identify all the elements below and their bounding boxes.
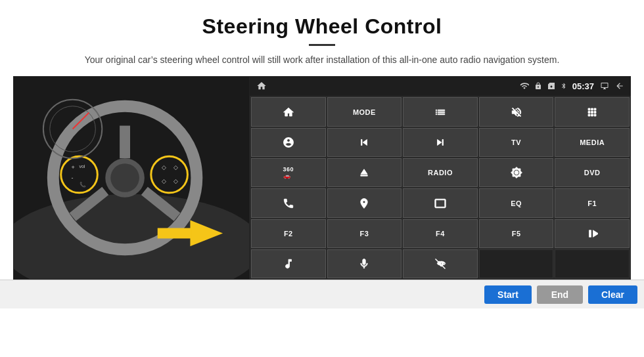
svg-text:◇: ◇ [162, 178, 166, 184]
back-icon [615, 81, 624, 91]
start-button[interactable]: Start [484, 285, 532, 304]
btn-f2[interactable]: F2 [251, 219, 326, 248]
wifi-icon [520, 81, 529, 91]
btn-empty-1 [479, 249, 554, 278]
btn-screen-mirror[interactable] [403, 188, 478, 217]
btn-mute[interactable] [479, 97, 554, 126]
svg-text:vol: vol [80, 164, 85, 169]
home-status-icon [256, 81, 267, 91]
svg-text:📞: 📞 [80, 181, 86, 188]
btn-eq[interactable]: EQ [479, 188, 554, 217]
status-bar-left [256, 81, 267, 91]
status-bar: 05:37 [250, 76, 631, 96]
btn-apps[interactable] [555, 97, 630, 126]
btn-nav[interactable] [327, 188, 402, 217]
btn-empty-2 [555, 249, 630, 278]
svg-text:◇: ◇ [173, 178, 178, 184]
btn-f4[interactable]: F4 [403, 219, 478, 248]
svg-text:-: - [72, 175, 74, 181]
btn-next[interactable] [403, 128, 478, 157]
svg-point-4 [110, 164, 139, 193]
btn-prev[interactable] [327, 128, 402, 157]
svg-text:◇: ◇ [162, 164, 166, 171]
svg-rect-19 [158, 228, 192, 239]
status-time: 05:37 [572, 81, 594, 91]
btn-f5[interactable]: F5 [479, 219, 554, 248]
btn-call-end[interactable] [403, 249, 478, 278]
main-content: + - 📞 vol ◇ ◇ ◇ ◇ [0, 76, 644, 280]
btn-list[interactable] [403, 97, 478, 126]
btn-f3[interactable]: F3 [327, 219, 402, 248]
btn-360-cam[interactable]: 360🚗 [251, 158, 326, 187]
btn-f1[interactable]: F1 [555, 188, 630, 217]
btn-play-pause[interactable] [555, 219, 630, 248]
svg-text:+: + [72, 164, 75, 171]
status-bar-right: 05:37 [520, 81, 624, 91]
control-panel: 05:37 MODE [250, 76, 631, 280]
steering-wheel-image: + - 📞 vol ◇ ◇ ◇ ◇ [13, 76, 250, 280]
btn-radio[interactable]: RADIO [403, 158, 478, 187]
bluetooth-icon [561, 81, 567, 91]
button-grid: MODE TV ME [250, 96, 631, 280]
btn-tv[interactable]: TV [479, 128, 554, 157]
btn-dvd[interactable]: DVD [555, 158, 630, 187]
title-divider [309, 44, 335, 46]
btn-eject[interactable] [327, 158, 402, 187]
lock-icon [534, 81, 542, 91]
clear-button[interactable]: Clear [588, 285, 637, 304]
btn-phone[interactable] [251, 188, 326, 217]
subtitle: Your original car’s steering wheel contr… [0, 52, 644, 67]
btn-mode[interactable]: MODE [327, 97, 402, 126]
btn-home[interactable] [251, 97, 326, 126]
screen-icon [599, 82, 610, 90]
end-button[interactable]: End [537, 285, 583, 304]
sim-icon [547, 81, 555, 91]
btn-media[interactable]: MEDIA [555, 128, 630, 157]
btn-brightness[interactable] [479, 158, 554, 187]
btn-mic[interactable] [327, 249, 402, 278]
action-bar: Start End Clear [0, 280, 644, 308]
page-title: Steering Wheel Control [0, 0, 644, 39]
btn-music[interactable] [251, 249, 326, 278]
svg-text:◇: ◇ [173, 164, 178, 171]
btn-settings-circle[interactable] [251, 128, 326, 157]
